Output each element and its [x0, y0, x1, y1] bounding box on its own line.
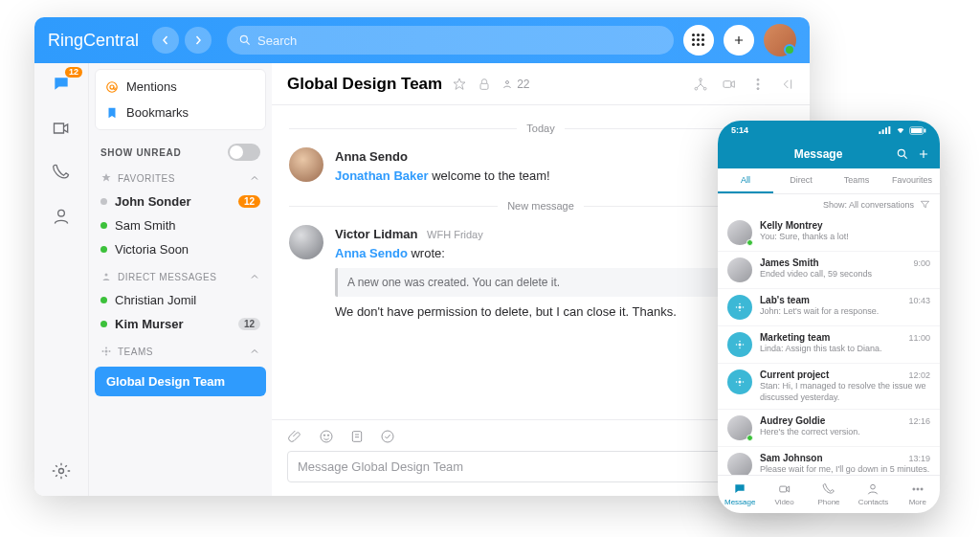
- mobile-list-item[interactable]: James Smith9:00Ended video call, 59 seco…: [718, 252, 940, 289]
- mention-link[interactable]: Jonathan Baker: [335, 168, 429, 183]
- mobile-nav-contacts[interactable]: Contacts: [851, 476, 895, 513]
- mobile-tab-all[interactable]: All: [718, 168, 773, 193]
- svg-point-52: [739, 381, 742, 384]
- presence-dot-icon: [100, 321, 107, 327]
- mobile-filter-row[interactable]: Show: All conversations: [718, 194, 940, 214]
- message-meta: WFH Friday: [427, 229, 483, 240]
- mobile-tab-direct[interactable]: Direct: [773, 168, 829, 193]
- mention-link[interactable]: Anna Sendo: [335, 246, 408, 260]
- mobile-tab-favourites[interactable]: Favourites: [884, 168, 940, 193]
- dm-christian-jomil[interactable]: Christian Jomil: [89, 288, 272, 312]
- mobile-clock: 5:14: [731, 125, 748, 135]
- chevron-up-icon[interactable]: [249, 271, 260, 282]
- chevron-up-icon[interactable]: [249, 172, 260, 184]
- sidebar-bookmarks[interactable]: Bookmarks: [96, 100, 265, 125]
- chevron-up-icon[interactable]: [249, 346, 260, 357]
- mobile-nav-more[interactable]: More: [896, 476, 940, 513]
- svg-rect-37: [924, 128, 925, 132]
- fav-john-sonder[interactable]: John Sonder 12: [89, 190, 272, 213]
- rail-messages[interactable]: 12: [50, 73, 73, 96]
- mobile-nav-message[interactable]: Message: [718, 476, 762, 513]
- search-input[interactable]: [257, 34, 662, 48]
- filter-icon: [920, 199, 930, 210]
- org-chart-icon[interactable]: [693, 77, 708, 92]
- mobile-nav-phone[interactable]: Phone: [807, 476, 851, 513]
- svg-point-6: [107, 81, 118, 92]
- app-body: 12 Mentions: [34, 63, 810, 496]
- team-global-design[interactable]: Global Design Team: [95, 367, 266, 396]
- search-field[interactable]: [227, 26, 674, 55]
- task-button[interactable]: [379, 428, 396, 445]
- rail-phone[interactable]: [50, 161, 73, 184]
- svg-point-0: [240, 35, 247, 42]
- dialpad-button[interactable]: [683, 25, 714, 56]
- mobile-search-button[interactable]: [896, 147, 909, 161]
- svg-rect-31: [879, 131, 880, 134]
- fav-victoria-soon[interactable]: Victoria Soon: [89, 237, 272, 261]
- mobile-list-item[interactable]: Current project12:02Stan: Hi, I managed …: [718, 364, 940, 410]
- mobile-title: Message: [741, 147, 896, 161]
- rail-video[interactable]: [50, 117, 73, 140]
- dm-header[interactable]: DIRECT MESSAGES: [89, 261, 272, 288]
- mobile-list-item[interactable]: Marketing team11:00Linda: Assign this ta…: [718, 326, 940, 364]
- dm-kim-murser[interactable]: Kim Murser 12: [89, 312, 272, 336]
- mobile-add-button[interactable]: [917, 147, 930, 161]
- avatar: [727, 220, 752, 245]
- teams-header[interactable]: TEAMS: [89, 336, 272, 363]
- bookmarks-label: Bookmarks: [126, 105, 189, 120]
- top-bar: RingCentral: [34, 17, 810, 63]
- mobile-list-item[interactable]: Kelly MontreyYou: Sure, thanks a lot!: [718, 214, 940, 252]
- avatar: [727, 453, 752, 475]
- note-button[interactable]: [348, 428, 366, 445]
- mobile-status-icons: [879, 125, 926, 135]
- cellular-icon: [879, 126, 892, 134]
- start-video-button[interactable]: [722, 77, 737, 92]
- mobile-list-item[interactable]: Lab's team10:43John: Let's wait for a re…: [718, 289, 940, 326]
- team-icon: [100, 346, 112, 357]
- svg-point-47: [739, 344, 742, 347]
- header-actions: [693, 77, 794, 92]
- more-icon: [911, 482, 924, 496]
- svg-point-12: [105, 347, 107, 349]
- show-unread-label: SHOW UNREAD: [100, 147, 181, 158]
- nav-back-button[interactable]: [152, 27, 179, 54]
- profile-avatar[interactable]: [764, 24, 796, 56]
- svg-point-49: [743, 344, 745, 346]
- mobile-bottom-nav: Message Video Phone Contacts More: [718, 475, 940, 513]
- avatar[interactable]: [289, 147, 323, 182]
- mobile-nav-video[interactable]: Video: [762, 476, 806, 513]
- video-icon: [52, 119, 71, 138]
- member-count[interactable]: 22: [501, 78, 529, 91]
- mobile-list-item[interactable]: Sam Johnson13:19Please wait for me, I'll…: [718, 447, 940, 475]
- svg-rect-14: [480, 83, 488, 89]
- svg-point-11: [109, 350, 111, 352]
- mobile-list-item[interactable]: Audrey Goldie12:16Here's the correct ver…: [718, 410, 940, 447]
- people-icon: [501, 78, 513, 90]
- nav-forward-button[interactable]: [185, 27, 212, 54]
- fav-sam-smith[interactable]: Sam Smith: [89, 213, 272, 237]
- attach-button[interactable]: [287, 428, 304, 445]
- collapse-panel-button[interactable]: [779, 77, 794, 92]
- unread-badge: 12: [238, 318, 260, 330]
- add-button[interactable]: [724, 25, 754, 56]
- avatar[interactable]: [289, 225, 323, 259]
- rail-contacts[interactable]: [50, 205, 73, 228]
- mobile-conversation-list[interactable]: Kelly MontreyYou: Sure, thanks a lot!Jam…: [718, 214, 940, 475]
- svg-point-55: [739, 378, 741, 380]
- rail-badge: 12: [65, 67, 82, 78]
- show-unread-toggle[interactable]: [228, 144, 260, 161]
- emoji-button[interactable]: [318, 428, 335, 445]
- more-menu-button[interactable]: [750, 77, 766, 92]
- rail-settings[interactable]: [50, 459, 73, 482]
- mobile-tab-teams[interactable]: Teams: [829, 168, 884, 193]
- person-icon: [100, 271, 112, 282]
- mobile-tabs: All Direct Teams Favourites: [718, 168, 940, 194]
- mobile-status-bar: 5:14: [718, 121, 940, 140]
- team-label: Global Design Team: [106, 374, 225, 389]
- favorite-star-button[interactable]: [452, 77, 467, 92]
- conversation-title: Global Design Team: [287, 75, 442, 94]
- date-divider: Today: [289, 123, 792, 134]
- presence-dot-icon: [100, 198, 107, 205]
- sidebar-mentions[interactable]: Mentions: [96, 74, 265, 100]
- favorites-header[interactable]: FAVORITES: [89, 163, 272, 190]
